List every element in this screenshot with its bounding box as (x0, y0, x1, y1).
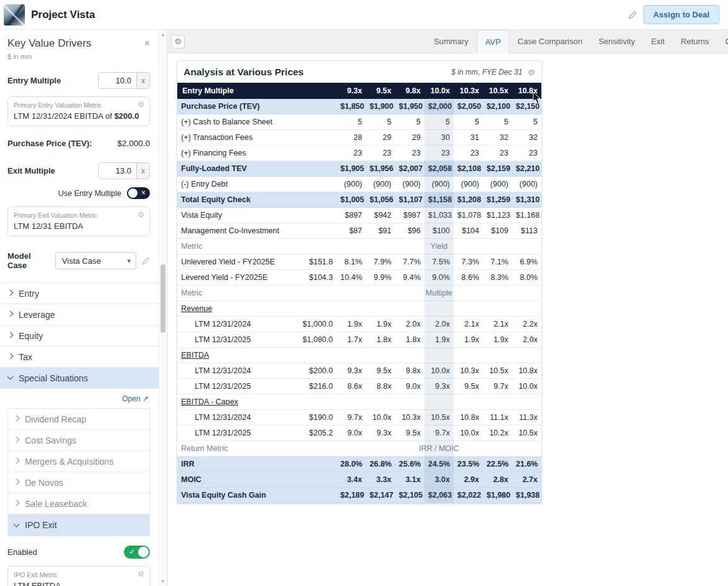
entry-metric-value: LTM 12/31/2024 EBITDA of $200.0 (14, 111, 144, 121)
table-cell: $2,147 (366, 488, 395, 503)
tab-avp[interactable]: AVP (477, 30, 510, 54)
table-cell: $1,208 (454, 192, 483, 208)
tab-exit[interactable]: Exit (643, 30, 673, 53)
sidebar-section-leverage[interactable]: Leverage (0, 304, 159, 325)
table-cell (284, 223, 337, 239)
open-row: Open ↗ (7, 389, 150, 408)
exit-metric-caption: Primary Exit Valuation Metric (14, 212, 144, 219)
gear-icon[interactable]: ⚙ (138, 210, 144, 219)
table-cell: (900) (395, 177, 424, 192)
settings-icon-button[interactable]: ⚙ (171, 35, 185, 49)
edit-pencil-icon[interactable] (628, 11, 637, 19)
table-cell: $1,850 (337, 99, 366, 114)
toggle-knob (128, 188, 138, 198)
table-cell: 10.3x (454, 363, 483, 379)
gear-icon[interactable]: ⚙ (528, 68, 535, 77)
table-cell: 32 (512, 130, 541, 146)
section-label: Special Situations (19, 373, 88, 383)
table-cell: 9.0x (337, 426, 366, 441)
table-cell: $2,210 (512, 161, 541, 177)
special-item-mergers-acquisitions[interactable]: Mergers & Acquisitions (8, 451, 149, 472)
table-cell: 23 (366, 146, 395, 161)
use-entry-multiple-toggle[interactable]: × (127, 187, 150, 199)
section-label: Equity (19, 331, 43, 341)
open-link[interactable]: Open ↗ (122, 394, 149, 403)
table-cell: 2.1x (483, 317, 512, 332)
purchase-price-row: Purchase Price (TEV): $2,000.0 (7, 139, 150, 148)
table-cell: 1.8x (366, 332, 395, 348)
table-cell: 9.5x (395, 426, 424, 441)
special-item-cost-savings[interactable]: Cost Savings (8, 430, 149, 451)
table-cell: 7.1% (483, 254, 512, 270)
chevron-icon (14, 437, 20, 443)
table-cell: 10.2x (483, 426, 512, 441)
scroll-down-icon[interactable]: ▼ (159, 579, 167, 584)
table-cell: $2,159 (483, 161, 512, 177)
assign-to-deal-button[interactable]: Assign to Deal (643, 5, 719, 24)
special-item-ipo-exit[interactable]: IPO Exit (8, 514, 149, 536)
table-row: Vista Equity$897$942$987$1,033$1,078$1,1… (177, 208, 541, 223)
table-cell: 7.5% (424, 254, 454, 270)
sidebar-scrollbar[interactable]: ▲ ▼ (159, 30, 167, 586)
table-cell: $2,050 (454, 99, 483, 114)
table-cell: 2.9x (454, 472, 483, 488)
table-cell: $1,080.0 (284, 332, 337, 348)
table-cell: 2.0x (395, 317, 424, 332)
sidebar-section-tax[interactable]: Tax (0, 346, 159, 367)
table-cell: 10.3x (395, 410, 424, 426)
table-cell: $200.0 (284, 363, 337, 379)
chevron-icon (7, 311, 14, 317)
sidebar-section-entry[interactable]: Entry (0, 282, 159, 304)
table-cell: 5 (483, 114, 512, 130)
table-cell: $216.0 (284, 379, 337, 394)
close-icon[interactable]: × (144, 39, 150, 49)
table-cell: 28.0% (337, 457, 366, 472)
exit-multiple-input[interactable] (99, 163, 136, 179)
table-row: (-) Entry Debt(900)(900)(900)(900)(900)(… (177, 177, 541, 192)
entry-multiple-input[interactable] (99, 73, 136, 88)
scroll-up-icon[interactable]: ▲ (159, 32, 167, 37)
tab-summary[interactable]: Summary (426, 30, 477, 53)
purchase-price-value: $2,000.0 (117, 139, 150, 148)
tab-case-comparison[interactable]: Case Comparison (510, 30, 590, 53)
ipo-enabled-toggle[interactable]: ✓ (124, 546, 150, 559)
sidebar-section-special-situations[interactable]: Special Situations (0, 367, 159, 388)
table-cell: (900) (424, 177, 454, 192)
chevron-icon (14, 479, 20, 485)
edit-case-pencil-icon[interactable] (142, 257, 150, 265)
special-item-sale-leaseback[interactable]: Sale Leaseback (8, 493, 149, 514)
special-item-de-novos[interactable]: De Novos (8, 472, 149, 493)
open-link-label: Open (122, 394, 140, 403)
avp-table-body: Purchase Price (TEV)$1,850$1,900$1,950$2… (177, 99, 541, 503)
table-cell (284, 488, 337, 503)
table-cell: 9.3x (366, 426, 395, 441)
table-cell: 9.0x (395, 379, 424, 394)
gear-icon[interactable]: ⚙ (138, 570, 144, 579)
table-row: LTM 12/31/2024$200.09.3x9.5x9.8x10.0x10.… (177, 363, 541, 379)
tab-c[interactable]: C (717, 30, 728, 53)
table-cell: $1,168 (512, 208, 541, 223)
table-cell: Metric (177, 239, 337, 254)
top-bar: Project Vista Assign to Deal (0, 0, 728, 30)
table-cell: $2,000 (424, 99, 454, 114)
table-cell: $1,107 (395, 192, 424, 208)
table-row: (+) Transaction Fees28292930313232 (177, 130, 541, 146)
table-cell: 10.8x (512, 363, 541, 379)
table-cell: $151.8 (284, 254, 337, 270)
table-cell: 2.7x (512, 472, 541, 488)
units-label: $ in mm (7, 53, 150, 60)
sidebar-section-equity[interactable]: Equity (0, 325, 159, 346)
tab-sensitivity[interactable]: Sensitivity (590, 30, 643, 53)
table-row: LTM 12/31/2025$205.29.0x9.3x9.5x9.7x10.0… (177, 426, 541, 441)
table-cell: $1,259 (483, 192, 512, 208)
table-cell: LTM 12/31/2024 (177, 317, 284, 332)
tab-returns[interactable]: Returns (673, 30, 717, 53)
gear-icon[interactable]: ⚙ (138, 100, 144, 109)
avp-card: Analysis at Various Prices $ in mm, FYE … (177, 60, 542, 504)
special-item-dividend-recap[interactable]: Dividend Recap (8, 409, 149, 430)
scrollbar-thumb[interactable] (161, 264, 166, 333)
table-cell: Fully-Loaded TEV (177, 161, 284, 177)
table-cell: $987 (395, 208, 424, 223)
model-case-select[interactable]: Vista Case ▾ (55, 252, 136, 269)
toggle-off-icon: × (141, 188, 146, 198)
